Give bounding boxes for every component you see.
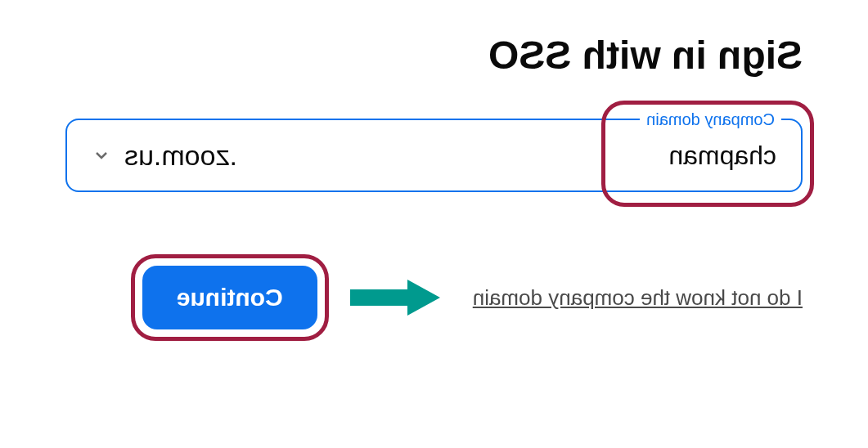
page-title: Sign in with SSO	[65, 33, 803, 78]
arrow-right-icon	[350, 273, 440, 322]
domain-suffix-text: .zoom.us	[124, 140, 237, 172]
domain-suffix-dropdown[interactable]: .zoom.us	[92, 140, 237, 172]
arrow-annotation	[350, 273, 440, 322]
chevron-down-icon	[92, 146, 111, 165]
company-domain-field[interactable]: Company domain .zoom.us	[65, 119, 803, 192]
bottom-row: I do not know the company domain Continu…	[65, 266, 803, 329]
company-domain-input[interactable]	[237, 141, 776, 171]
company-domain-field-wrapper: Company domain .zoom.us	[65, 119, 803, 192]
svg-marker-0	[350, 280, 440, 316]
continue-button[interactable]: Continue	[142, 266, 317, 329]
unknown-domain-link[interactable]: I do not know the company domain	[473, 285, 803, 311]
continue-button-wrapper: Continue	[142, 266, 317, 329]
company-domain-label: Company domain	[640, 110, 781, 129]
